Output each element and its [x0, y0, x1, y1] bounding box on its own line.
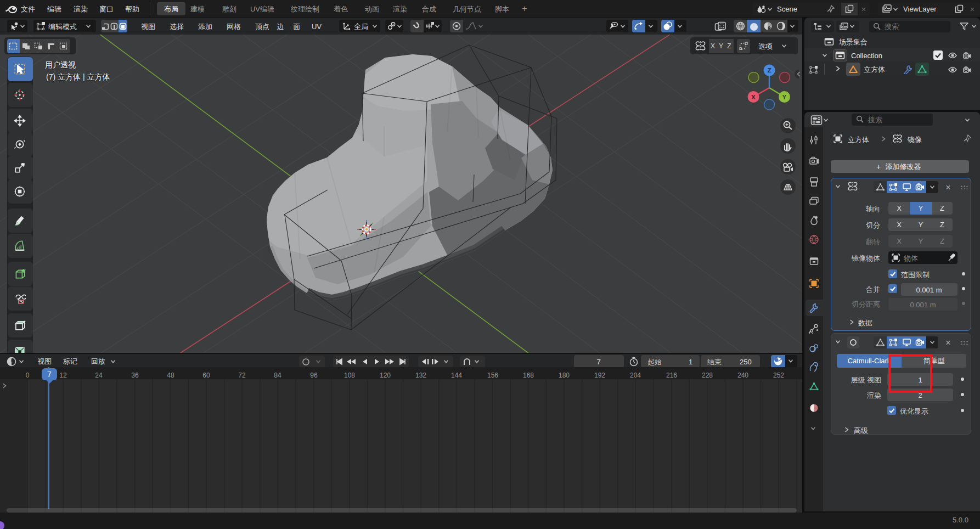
svg-text:X: X — [751, 94, 756, 100]
svg-text:Z: Z — [768, 67, 771, 74]
svg-text:Y: Y — [782, 94, 787, 100]
